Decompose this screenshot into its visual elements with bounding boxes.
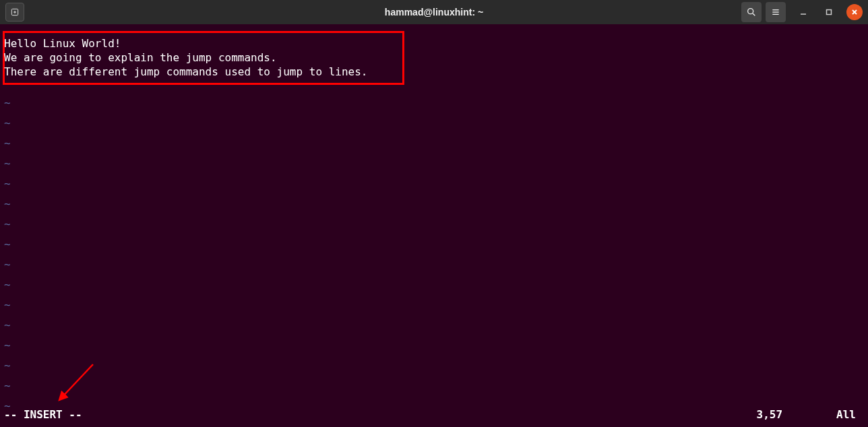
maximize-icon: [825, 8, 833, 16]
scroll-indicator: All: [836, 407, 856, 422]
close-icon: [850, 8, 859, 16]
new-tab-icon: [9, 7, 20, 18]
tilde-marker: ~: [4, 117, 11, 129]
tilde-marker: ~: [4, 359, 11, 372]
close-button[interactable]: [846, 4, 863, 20]
hamburger-icon: [770, 7, 781, 18]
svg-line-13: [59, 364, 93, 400]
search-icon: [746, 7, 757, 18]
editor-line-1: Hello Linux World!: [4, 37, 121, 50]
tilde-marker: ~: [4, 379, 11, 392]
svg-rect-9: [827, 10, 832, 15]
titlebar-controls: [741, 2, 863, 22]
new-tab-button[interactable]: [5, 3, 24, 22]
annotation-arrow: [53, 361, 100, 408]
tilde-marker: ~: [4, 177, 11, 190]
empty-lines: ~ ~ ~ ~ ~ ~ ~ ~ ~ ~ ~ ~ ~ ~ ~ ~: [4, 93, 11, 416]
window-title: hammad@linuxhint: ~: [385, 7, 483, 18]
titlebar: hammad@linuxhint: ~: [0, 0, 868, 24]
cursor-position: 3,57: [757, 407, 783, 422]
tilde-marker: ~: [4, 137, 11, 150]
tilde-marker: ~: [4, 197, 11, 210]
tilde-marker: ~: [4, 298, 11, 311]
maximize-button[interactable]: [821, 4, 837, 20]
search-button[interactable]: [741, 2, 762, 22]
tilde-marker: ~: [4, 96, 11, 109]
editor-content: Hello Linux World! We are going to expla…: [4, 36, 367, 79]
tilde-marker: ~: [4, 238, 11, 251]
svg-line-4: [753, 13, 755, 15]
tilde-marker: ~: [4, 218, 11, 230]
editor-line-2: We are going to explain the jump command…: [4, 51, 277, 64]
svg-point-3: [748, 9, 753, 14]
tilde-marker: ~: [4, 278, 11, 291]
tilde-marker: ~: [4, 157, 11, 170]
minimize-icon: [799, 8, 807, 16]
tilde-marker: ~: [4, 339, 11, 352]
terminal-body[interactable]: Hello Linux World! We are going to expla…: [0, 24, 868, 427]
tilde-marker: ~: [4, 258, 11, 271]
menu-button[interactable]: [766, 2, 786, 22]
vim-status-bar: -- INSERT -- 3,57 All: [0, 407, 868, 422]
editor-line-3: There are different jump commands used t…: [4, 65, 367, 78]
vim-mode: -- INSERT --: [4, 407, 82, 422]
tilde-marker: ~: [4, 319, 11, 331]
minimize-button[interactable]: [795, 4, 811, 20]
